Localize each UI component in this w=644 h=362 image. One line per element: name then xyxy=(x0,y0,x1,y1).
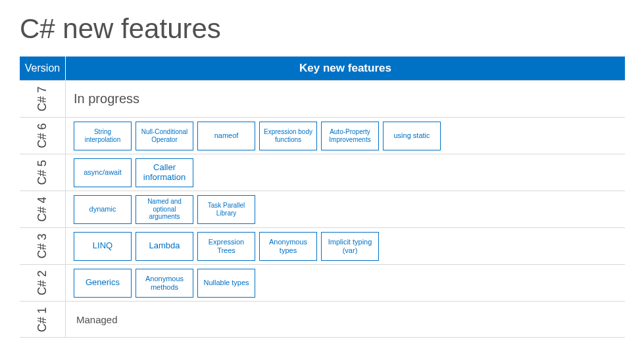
feature-chip: Nullable types xyxy=(197,269,255,298)
managed-text: Managed xyxy=(74,314,118,325)
feature-chip: Named and optional arguments xyxy=(136,195,193,224)
version-cell: C# 4 xyxy=(20,191,66,227)
feature-chip: Anonymous methods xyxy=(136,269,193,298)
features-cell: Managed xyxy=(66,302,625,337)
features-cell: LINQ Lambda Expression Trees Anonymous t… xyxy=(66,228,625,264)
feature-chip: Task Parallel Library xyxy=(197,195,255,224)
table-row: C# 2 Generics Anonymous methods Nullable… xyxy=(20,264,625,301)
features-cell: dynamic Named and optional arguments Tas… xyxy=(66,191,625,227)
features-cell: String interpolation Null-Conditional Op… xyxy=(66,118,625,154)
features-cell: Generics Anonymous methods Nullable type… xyxy=(66,265,625,301)
feature-chip: Lambda xyxy=(136,232,193,261)
feature-chip: Expression Trees xyxy=(197,232,255,261)
feature-chip: Null-Conditional Operator xyxy=(136,122,193,150)
version-label: C# 6 xyxy=(36,123,49,148)
feature-chip: dynamic xyxy=(74,195,132,224)
version-cell: C# 3 xyxy=(20,228,66,264)
feature-chip: nameof xyxy=(197,122,255,150)
table-header: Version Key new features xyxy=(20,57,625,80)
table-row: C# 6 String interpolation Null-Condition… xyxy=(20,117,625,154)
page-title: C# new features xyxy=(20,13,624,45)
feature-chip: async/await xyxy=(74,158,132,187)
version-cell: C# 5 xyxy=(20,154,66,191)
version-label: C# 3 xyxy=(36,233,49,258)
features-cell: async/await Caller information xyxy=(66,154,625,191)
header-version: Version xyxy=(20,57,66,80)
features-cell: In progress xyxy=(66,81,625,117)
feature-chip: String interpolation xyxy=(74,122,132,150)
feature-chip: LINQ xyxy=(74,232,132,261)
feature-chip: Caller information xyxy=(136,158,193,187)
table-row: C# 3 LINQ Lambda Expression Trees Anonym… xyxy=(20,227,625,264)
version-cell: C# 7 xyxy=(20,81,66,117)
version-label: C# 2 xyxy=(36,270,49,295)
feature-table: Version Key new features C# 7 In progres… xyxy=(20,57,625,338)
table-row: C# 1 Managed xyxy=(20,301,625,338)
feature-chip: Auto-Property Improvements xyxy=(321,122,379,150)
slide: C# new features Version Key new features… xyxy=(0,0,644,362)
version-label: C# 1 xyxy=(36,307,49,332)
feature-chip: Expression body functions xyxy=(259,122,317,150)
version-label: C# 4 xyxy=(36,196,49,221)
feature-chip: Anonymous types xyxy=(259,232,317,261)
version-cell: C# 2 xyxy=(20,265,66,301)
table-row: C# 4 dynamic Named and optional argument… xyxy=(20,191,625,227)
table-row: C# 5 async/await Caller information xyxy=(20,154,625,191)
feature-chip: Generics xyxy=(74,269,132,298)
header-key-features: Key new features xyxy=(66,57,625,80)
feature-chip: Implicit typing (var) xyxy=(321,232,379,261)
version-label: C# 7 xyxy=(36,86,49,111)
table-row: C# 7 In progress xyxy=(20,80,625,117)
version-label: C# 5 xyxy=(36,160,49,185)
feature-chip: using static xyxy=(383,122,441,150)
version-cell: C# 1 xyxy=(20,302,66,337)
version-cell: C# 6 xyxy=(20,118,66,154)
in-progress-text: In progress xyxy=(74,91,139,106)
